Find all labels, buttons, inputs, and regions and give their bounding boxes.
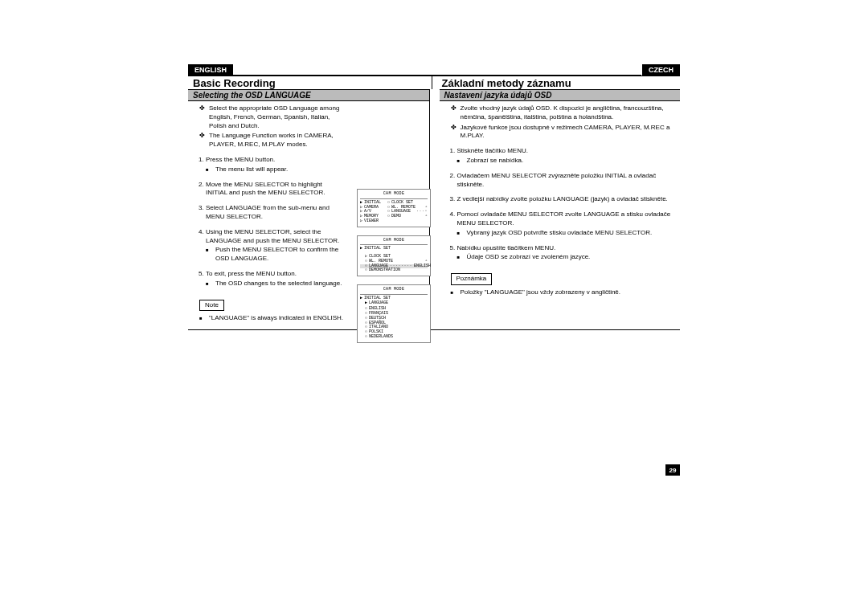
columns: Selecting the OSD LANGUAGE Select the ap…: [188, 89, 680, 330]
subtitle-right: Nastavení jazyka údajů OSD: [440, 89, 681, 101]
right-column: Nastavení jazyka údajů OSD Zvolte vhodný…: [429, 89, 681, 329]
title-left: Basic Recording: [188, 76, 432, 89]
page-sheet: ENGLISH CZECH Basic Recording Základní m…: [0, 0, 868, 613]
note-label-left: Note: [199, 300, 224, 312]
title-right: Základní metody záznamu: [432, 76, 681, 89]
lang-pill-czech: CZECH: [642, 64, 680, 76]
intro-left: Select the appropriate OSD Language amon…: [188, 104, 349, 149]
osd-screen-main-menu: CAM MODE ▶INITIAL ○CLOCK SET ▷CAMERA ○WL…: [357, 189, 431, 227]
titles: Basic Recording Základní metody záznamu: [188, 76, 680, 89]
note-text-left: "LANGUAGE" is always indicated in ENGLIS…: [199, 314, 344, 323]
steps-right: Stiskněte tlačítko MENU. Zobrazí se nabí…: [440, 147, 681, 262]
manual-page: ENGLISH CZECH Basic Recording Základní m…: [188, 64, 680, 482]
osd-screen-initial-set: CAM MODE ▶INITIAL SET ▷CLOCK SET ○WL. RE…: [357, 235, 431, 277]
intro-right: Zvolte vhodný jazyk údajů OSD. K dispozi…: [440, 104, 681, 141]
lang-pill-english: ENGLISH: [188, 64, 233, 76]
osd-figures: CAM MODE ▶INITIAL ○CLOCK SET ▷CAMERA ○WL…: [357, 189, 431, 343]
steps-left: Press the MENU button. The menu list wil…: [188, 156, 349, 288]
note-text-right: Položky "LANGUAGE" jsou vždy zobrazeny v…: [451, 288, 676, 297]
osd-screen-language-list: CAM MODE ▶INITIAL SET ▶LANGUAGE ○ENGLISH…: [357, 284, 431, 343]
page-number: 29: [665, 464, 680, 476]
lang-bar: ENGLISH CZECH: [188, 64, 680, 76]
subtitle-left: Selecting the OSD LANGUAGE: [188, 89, 429, 101]
note-label-right: Poznámka: [451, 273, 493, 285]
